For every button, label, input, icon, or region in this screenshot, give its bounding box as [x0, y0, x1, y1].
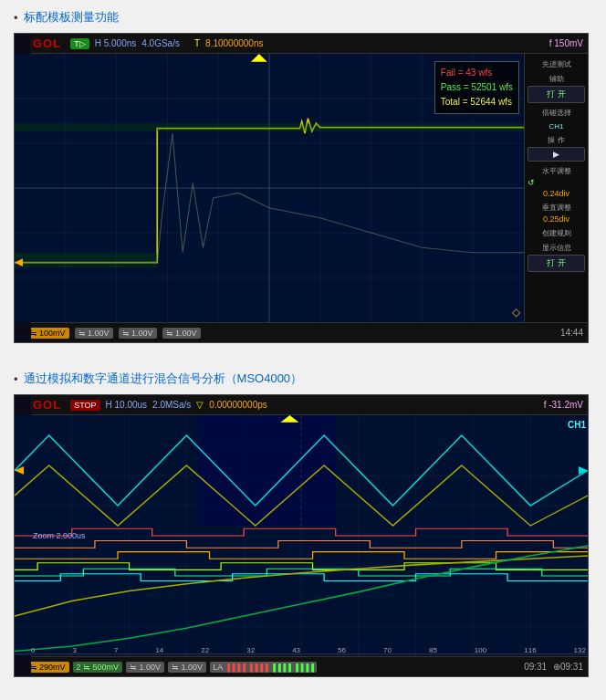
section2-link[interactable]: 通过模拟和数字通道进行混合信号分析（MSO4000） [14, 371, 592, 387]
ruler-32: 32 [246, 646, 255, 654]
ruler-7: 7 [114, 646, 118, 654]
oscilloscope-1: RIGOL T▷ H 5.000ns 4.0GSa/s T 8.10000000… [14, 33, 589, 343]
osc2-sample-rate: 2.0MSa/s [152, 400, 191, 410]
osc2-header: RIGOL STOP H 10.00us 2.0MSa/s ▽ 0.000000… [15, 395, 588, 415]
corner-icon: ◇ [512, 306, 520, 319]
open2-btn[interactable]: 打 开 [528, 255, 585, 272]
advanced-test-label: 先进测试 [528, 59, 585, 69]
osc2-status: STOP [70, 400, 99, 411]
osc1-footer: 1 ≒ 100mV ≒ 1.00V ≒ 1.00V ≒ 1.00V 14:44 [15, 322, 588, 342]
pf-fail-text: Fail = 43 wfs [441, 66, 513, 80]
ruler-0: 0 [31, 646, 35, 654]
h-val: 0.24div [528, 189, 585, 198]
osc1-ch4-badge[interactable]: ≒ 1.00V [162, 328, 201, 339]
ch1-right-label: CH1 [568, 420, 586, 430]
play-btn[interactable]: ▶ [528, 147, 585, 162]
ruler-85: 85 [429, 646, 437, 654]
osc2-ch2-badge[interactable]: 2 ≒ 500mV [73, 662, 123, 673]
svg-marker-18 [251, 54, 267, 62]
osc2-la-badge[interactable]: LA ▐▐▐▐ ▐▐▐▐ ▐▐▐▐ ▐▐▐▐ [210, 662, 317, 673]
open1-btn[interactable]: 打 开 [528, 86, 585, 103]
osc2-ch4-badge[interactable]: ≒ 1.00V [168, 662, 206, 673]
usb-icon: 09:31 ⊕09:31 [524, 662, 583, 672]
osc1-time: 14:44 [560, 328, 583, 338]
osc1-ch3-badge[interactable]: ≒ 1.00V [119, 328, 157, 339]
assist-label: 辅助 [528, 74, 585, 84]
svg-rect-17 [15, 253, 157, 267]
pass-fail-box: Fail = 43 wfs Pass = 52501 wfs Total = 5… [434, 61, 519, 114]
osc2-time-div: H 10.00us [106, 400, 148, 410]
osc1-right: f 150mV [549, 38, 583, 48]
ruler: 0 3 7 14 22 32 43 56 70 85 100 116 132 [31, 646, 586, 654]
la-indicators2: ▐▐▐▐ ▐▐▐▐ [270, 663, 314, 672]
show-info-label: 显示信息 [528, 243, 585, 253]
ruler-70: 70 [383, 646, 392, 654]
osc1-trigger: T [194, 38, 200, 48]
ch1-sidebar-label: CH1 [528, 122, 585, 131]
osc1-time-div: H 5.000ns [95, 38, 137, 48]
osc2-voltage: f -31.2mV [544, 400, 583, 410]
h-adjust-label: 水平调整 [528, 166, 585, 176]
section-gap [14, 361, 592, 371]
operation-label: 操 作 [528, 135, 585, 145]
osc2-ch3-badge[interactable]: ≒ 1.00V [126, 662, 164, 673]
osc1-status: T▷ [70, 38, 89, 49]
pf-pass-text: Pass = 52501 wfs [441, 80, 513, 95]
h-adjust-icon: ↺ [528, 178, 585, 187]
la-indicators: ▐▐▐▐ ▐▐▐▐ [225, 663, 268, 672]
ruler-100: 100 [475, 646, 486, 654]
oscilloscope-2: RIGOL STOP H 10.00us 2.0MSa/s ▽ 0.000000… [14, 394, 589, 677]
svg-marker-38 [15, 466, 24, 475]
ruler-56: 56 [338, 646, 346, 654]
v-val: 0.25div [528, 214, 585, 224]
zoom-label: Zoom 2.000us [33, 531, 86, 540]
svg-rect-16 [15, 123, 524, 131]
section1-link[interactable]: 标配模板测量功能 [14, 9, 592, 26]
svg-rect-36 [198, 415, 336, 526]
ruler-14: 14 [155, 646, 163, 654]
mask-select-label: 倍碰选择 [528, 108, 585, 118]
ruler-43: 43 [292, 646, 300, 654]
ruler-132: 132 [574, 646, 586, 654]
osc2-waveforms [15, 415, 588, 656]
osc1-time-pos: 8.10000000ns [205, 38, 263, 48]
ruler-3: 3 [72, 646, 76, 654]
osc1-voltage: f 150mV [549, 38, 583, 48]
osc1-sample-rate: 4.0GSa/s [141, 38, 180, 48]
osc2-time-pos: 0.00000000ps [209, 400, 266, 410]
create-rule-label: 创建规则 [528, 228, 585, 238]
ruler-22: 22 [201, 646, 209, 654]
osc1-body: 水平 [15, 54, 588, 322]
osc1-sidebar: 先进测试 辅助 打 开 倍碰选择 CH1 操 作 ▶ 水平调整 ↺ 0.24di… [524, 54, 588, 322]
osc1-ch2-badge[interactable]: ≒ 1.00V [75, 328, 113, 339]
osc1-header: RIGOL T▷ H 5.000ns 4.0GSa/s T 8.10000000… [15, 34, 588, 54]
ruler-116: 116 [524, 646, 536, 654]
osc2-trigger: ▽ [196, 400, 204, 410]
osc2-body: 水平 [15, 415, 588, 656]
v-adjust-label: 垂直调整 [528, 203, 585, 213]
osc1-screen: Fail = 43 wfs Pass = 52501 wfs Total = 5… [15, 54, 524, 322]
time-display: 09:31 [524, 662, 547, 672]
osc2-footer: 1 ≒ 290mV 2 ≒ 500mV ≒ 1.00V ≒ 1.00V LA ▐… [15, 656, 588, 676]
pf-total-text: Total = 52644 wfs [441, 95, 513, 110]
osc2-right: f -31.2mV [544, 400, 583, 410]
osc2-screen: CH1 Zoom 2.000us 0 3 7 14 22 32 43 56 70… [15, 415, 588, 656]
